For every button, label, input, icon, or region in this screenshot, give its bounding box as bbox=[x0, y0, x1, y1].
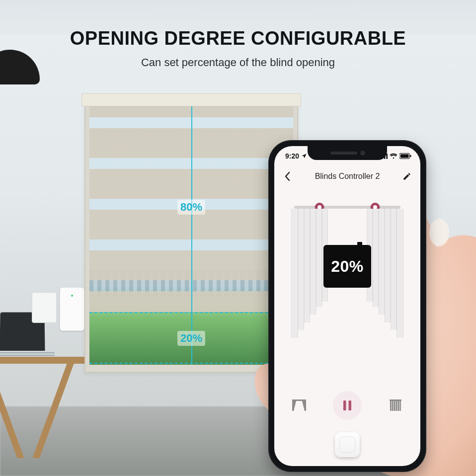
svg-rect-19 bbox=[396, 401, 397, 411]
curtain-close-icon bbox=[389, 399, 402, 412]
svg-rect-16 bbox=[390, 401, 392, 411]
svg-rect-15 bbox=[390, 399, 401, 401]
overlay-closed-percent-label: 80% bbox=[177, 200, 205, 215]
app-bar: Blinds Controller 2 bbox=[274, 166, 420, 187]
back-button[interactable] bbox=[281, 170, 294, 183]
app-title: Blinds Controller 2 bbox=[294, 172, 400, 181]
svg-rect-10 bbox=[400, 154, 409, 158]
curtain-right-icon bbox=[366, 209, 403, 338]
wifi-icon bbox=[390, 153, 397, 159]
battery-icon bbox=[399, 153, 411, 159]
pause-button[interactable] bbox=[333, 391, 362, 420]
open-button[interactable] bbox=[286, 393, 312, 418]
svg-rect-12 bbox=[292, 399, 306, 401]
pause-icon bbox=[343, 400, 352, 411]
wall-outlet bbox=[32, 292, 57, 323]
product-scene: 80% 20% OPENING DEGREE CONFIGURABLE Can … bbox=[0, 0, 476, 476]
opening-percentage-readout: 20% bbox=[323, 245, 371, 288]
overlay-open-percent-label: 20% bbox=[177, 331, 205, 346]
chevron-left-icon bbox=[284, 171, 291, 181]
curtain-open-icon bbox=[292, 399, 307, 412]
control-row bbox=[274, 386, 420, 425]
assistive-home-button[interactable] bbox=[335, 432, 360, 457]
svg-rect-11 bbox=[410, 155, 411, 158]
headline-subtitle: Can set percentage of the blind opening bbox=[0, 56, 476, 69]
svg-point-2 bbox=[429, 219, 449, 246]
phone-mockup: 9:20 bbox=[268, 140, 426, 472]
pencil-icon bbox=[402, 172, 411, 181]
marketing-headline: OPENING DEGREE CONFIGURABLE Can set perc… bbox=[0, 28, 476, 69]
blind-controller-device bbox=[60, 287, 84, 331]
edit-button[interactable] bbox=[400, 170, 413, 183]
status-time: 9:20 bbox=[285, 152, 299, 160]
close-button[interactable] bbox=[383, 393, 408, 418]
app-screen: 9:20 bbox=[274, 146, 420, 466]
window-with-blinds: 80% 20% bbox=[84, 94, 298, 373]
svg-rect-20 bbox=[398, 401, 399, 411]
svg-rect-14 bbox=[349, 400, 352, 410]
phone-notch bbox=[308, 146, 387, 160]
svg-rect-17 bbox=[392, 401, 394, 411]
blind-position-control[interactable]: 20% bbox=[274, 192, 420, 341]
svg-rect-18 bbox=[394, 401, 396, 411]
headline-title: OPENING DEGREE CONFIGURABLE bbox=[0, 28, 476, 49]
svg-rect-13 bbox=[343, 400, 346, 410]
location-icon bbox=[301, 153, 307, 159]
svg-rect-21 bbox=[400, 401, 401, 411]
